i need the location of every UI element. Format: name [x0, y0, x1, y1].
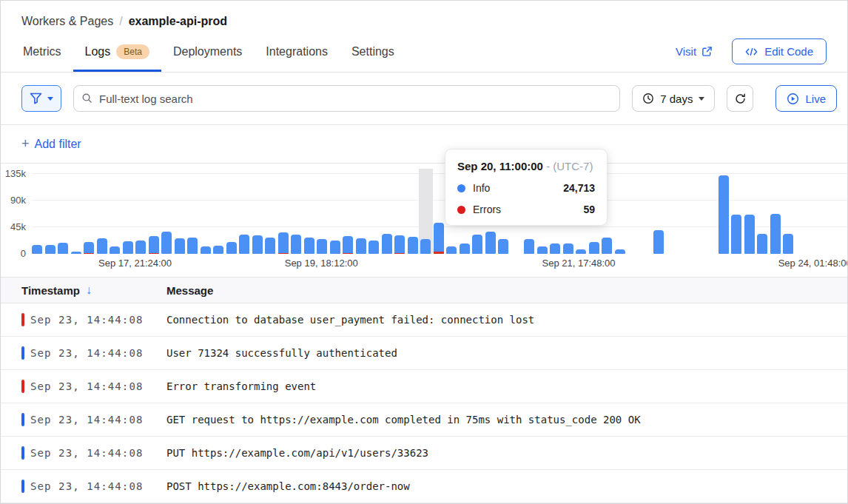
chart-bar[interactable]: [369, 241, 379, 254]
chart-bar[interactable]: [576, 249, 586, 254]
chevron-down-icon: [47, 97, 53, 101]
chart-bar[interactable]: [731, 215, 741, 254]
chart-bar[interactable]: [123, 241, 133, 254]
chart-bar[interactable]: [602, 238, 612, 254]
chart-bar[interactable]: [317, 239, 327, 254]
chart-bar[interactable]: [252, 235, 263, 254]
table-row[interactable]: Sep 23, 14:44:08 Error transforming even…: [1, 370, 847, 403]
chart-bar[interactable]: [719, 175, 729, 254]
add-filter-button[interactable]: + Add filter: [1, 125, 847, 164]
log-level-indicator: [21, 313, 24, 326]
chart-bar[interactable]: [783, 234, 793, 254]
chart-bar[interactable]: [485, 232, 496, 254]
chart-bar[interactable]: [434, 223, 444, 254]
search-input[interactable]: [73, 85, 620, 112]
chart-bar[interactable]: [356, 238, 366, 254]
log-timestamp: Sep 23, 14:44:08: [30, 380, 143, 392]
tooltip-errors-row: Errors 59: [457, 204, 595, 215]
chart-bar[interactable]: [213, 246, 223, 254]
code-icon: [745, 47, 758, 57]
table-row[interactable]: Sep 23, 14:44:08 User 71324 successfully…: [1, 337, 847, 370]
x-axis-label: Sep 21, 17:48:00: [542, 258, 616, 269]
live-button[interactable]: Live: [775, 85, 837, 112]
chart-bar[interactable]: [226, 242, 237, 254]
log-level-indicator: [21, 380, 24, 393]
chart-bar[interactable]: [653, 230, 664, 254]
edit-code-button[interactable]: Edit Code: [732, 38, 827, 64]
chart-bar[interactable]: [175, 238, 185, 254]
chart-bar-error-segment: [149, 253, 159, 254]
plus-icon: +: [21, 136, 30, 152]
errors-dot-icon: [457, 206, 465, 214]
workers-logs-page: Workers & Pages / example-api-prod Metri…: [0, 0, 848, 504]
log-message: Connection to database user_payment fail…: [166, 314, 534, 326]
chart-bar[interactable]: [97, 238, 107, 254]
chart-bar[interactable]: [744, 215, 755, 254]
breadcrumb-current: example-api-prod: [129, 15, 227, 28]
log-timestamp: Sep 23, 14:44:08: [30, 480, 143, 492]
chart-bar[interactable]: [161, 232, 172, 254]
tab-deployments[interactable]: Deployments: [161, 36, 254, 72]
tab-settings[interactable]: Settings: [340, 36, 406, 72]
breadcrumb: Workers & Pages / example-api-prod: [1, 1, 847, 28]
y-axis-label: 0: [1, 248, 26, 259]
chart-bar[interactable]: [291, 235, 301, 254]
chart-bar[interactable]: [770, 214, 781, 254]
chart-bar[interactable]: [330, 241, 340, 254]
chart-bar[interactable]: [135, 241, 146, 254]
x-axis-label: Sep 17, 21:24:00: [98, 258, 172, 269]
y-axis-label: 135k: [1, 168, 26, 179]
tab-logs[interactable]: Logs Beta: [73, 36, 161, 72]
chart-bar[interactable]: [498, 239, 508, 254]
table-header: Timestamp ↓ Message: [1, 277, 847, 303]
breadcrumb-section[interactable]: Workers & Pages: [21, 15, 113, 28]
chart-bar[interactable]: [537, 246, 548, 254]
chart-bar[interactable]: [239, 235, 249, 254]
chart-bar[interactable]: [187, 238, 198, 254]
log-level-indicator: [21, 346, 24, 360]
visit-link[interactable]: Visit: [676, 45, 713, 58]
tooltip-timezone: - (UTC-7): [546, 160, 593, 172]
chart-bar[interactable]: [757, 234, 767, 254]
chart-bar[interactable]: [524, 239, 534, 254]
chart-bar[interactable]: [278, 232, 289, 254]
tab-metrics[interactable]: Metrics: [11, 36, 73, 72]
chart-bar[interactable]: [304, 238, 314, 254]
chart-bar[interactable]: [45, 245, 55, 254]
chart-bar[interactable]: [550, 243, 560, 254]
chart-bar[interactable]: [84, 242, 94, 254]
chart-bar[interactable]: [394, 235, 405, 254]
chart-bar[interactable]: [615, 249, 625, 254]
chart-bar[interactable]: [343, 236, 353, 254]
table-row[interactable]: Sep 23, 14:44:08 Connection to database …: [1, 303, 847, 337]
chart-bar[interactable]: [408, 237, 418, 254]
chart-bar[interactable]: [446, 246, 457, 254]
chart-bar[interactable]: [382, 234, 392, 254]
column-timestamp[interactable]: Timestamp ↓: [1, 283, 166, 297]
clock-icon: [642, 93, 654, 104]
chart-bar[interactable]: [563, 243, 573, 254]
time-range-dropdown[interactable]: 7 days: [632, 85, 715, 112]
chart-bar[interactable]: [71, 252, 81, 254]
chart-bar[interactable]: [149, 236, 159, 254]
sort-desc-icon[interactable]: ↓: [86, 283, 92, 297]
chart-tooltip: Sep 20, 11:00:00 - (UTC-7) Info 24,713 E…: [445, 149, 608, 226]
tab-bar: Metrics Logs Beta Deployments Integratio…: [1, 36, 847, 73]
chart-bar[interactable]: [110, 246, 120, 254]
tab-integrations[interactable]: Integrations: [254, 36, 340, 72]
chart-bar[interactable]: [58, 243, 68, 254]
filter-dropdown-button[interactable]: [21, 85, 61, 112]
log-timestamp: Sep 23, 14:44:08: [30, 347, 143, 359]
table-row[interactable]: Sep 23, 14:44:08 POST https://example.co…: [1, 470, 847, 503]
table-row[interactable]: Sep 23, 14:44:08 GET request to https://…: [1, 403, 847, 437]
chart-bar[interactable]: [472, 235, 482, 254]
chart-bar[interactable]: [589, 242, 599, 254]
chart-bar[interactable]: [201, 246, 211, 254]
refresh-button[interactable]: [727, 85, 753, 112]
table-row[interactable]: Sep 23, 14:44:08 PUT https://example.com…: [1, 437, 847, 470]
chart-bar[interactable]: [460, 243, 470, 254]
log-message: PUT https://example.com/api/v1/users/336…: [166, 447, 428, 459]
chart-bar[interactable]: [420, 239, 431, 254]
chart-bar[interactable]: [265, 238, 275, 254]
chart-bar[interactable]: [32, 245, 42, 254]
